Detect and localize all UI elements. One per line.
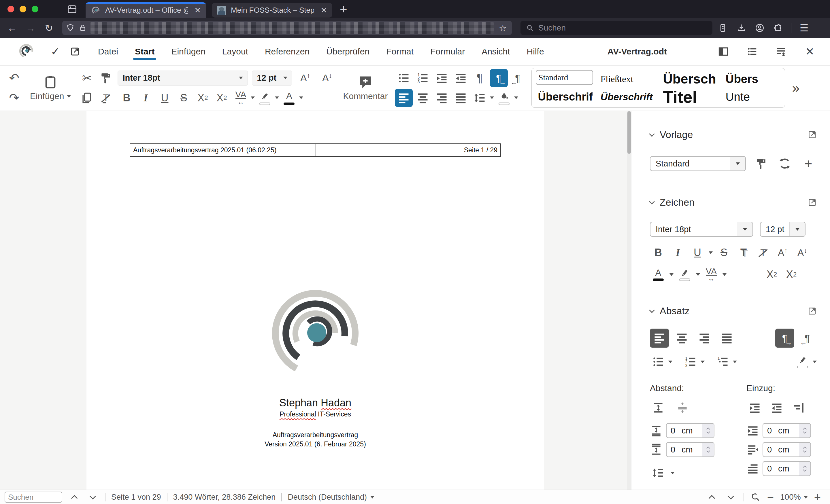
sidebar-italic-button[interactable]: I — [669, 244, 686, 261]
sidebar-subscript-button[interactable]: X2 — [783, 266, 800, 283]
decrease-indent-button[interactable] — [452, 69, 470, 87]
font-size-select[interactable]: 12 pt — [252, 71, 292, 86]
firefox-view-icon[interactable] — [65, 3, 79, 16]
extensions-icon[interactable] — [770, 21, 786, 35]
first-line-indent-field[interactable]: 0 cm — [763, 461, 811, 476]
ltr-direction-button[interactable]: ¶→ — [490, 69, 508, 87]
outline-list-dropdown-icon[interactable] — [733, 361, 737, 363]
highlight-color-button[interactable] — [256, 89, 274, 107]
menu-hilfe[interactable]: Hilfe — [526, 43, 545, 61]
redo-button[interactable]: ↷ — [5, 89, 23, 107]
sidebar-toggle-icon[interactable] — [716, 44, 731, 59]
zeichen-external-link-icon[interactable] — [807, 198, 817, 207]
character-spacing-button[interactable]: VA↔ — [232, 89, 250, 107]
previous-page-button[interactable] — [705, 491, 718, 503]
highlight-color-dropdown-icon[interactable] — [275, 97, 279, 99]
menu-start[interactable]: Start — [134, 43, 155, 61]
bookmark-star-icon[interactable]: ☆ — [497, 23, 508, 33]
tab-close-icon[interactable]: ✕ — [320, 6, 327, 15]
undo-button[interactable]: ↶ — [5, 69, 23, 87]
menu-icon[interactable]: ☰ — [796, 21, 812, 35]
sidebar-decrease-indent-button[interactable] — [768, 399, 785, 416]
style-ueberschrift-2[interactable]: Übers — [723, 70, 781, 88]
strikethrough-button[interactable]: S — [174, 89, 193, 107]
increase-spacing-button[interactable] — [650, 399, 667, 416]
line-spacing-button[interactable] — [471, 89, 489, 107]
sidebar-font-color-button[interactable]: A — [650, 266, 667, 283]
style-ueberschrift-3[interactable]: Überschrif — [536, 88, 593, 106]
zoom-window-button[interactable] — [32, 6, 38, 12]
align-center-button[interactable] — [414, 89, 432, 107]
search-previous-button[interactable] — [68, 491, 81, 503]
tab-foss-stack[interactable]: Mein FOSS-Stack – Stephan Ha ✕ — [212, 3, 332, 18]
indent-before-field[interactable]: 0 cm — [763, 423, 811, 438]
chevron-down-icon[interactable] — [649, 307, 655, 313]
stepper[interactable] — [702, 443, 714, 457]
sidebars-icon[interactable] — [715, 21, 731, 35]
style-standard[interactable]: Standard — [536, 70, 593, 85]
menu-referenzen[interactable]: Referenzen — [264, 43, 310, 61]
sidebar-rtl-button[interactable]: ¶← — [798, 329, 817, 348]
user-list-icon[interactable] — [773, 44, 789, 59]
scrollbar-thumb[interactable] — [628, 111, 631, 154]
shield-icon[interactable] — [66, 23, 75, 33]
shrink-font-button[interactable]: A↓ — [318, 69, 336, 87]
zoom-reset-icon[interactable] — [751, 492, 761, 502]
language-selector[interactable]: Deutsch (Deutschland) — [288, 493, 374, 502]
sidebar-line-spacing-button[interactable] — [650, 465, 667, 481]
align-right-button[interactable] — [433, 89, 451, 107]
underline-dropdown-icon[interactable] — [709, 251, 713, 254]
hanging-indent-button[interactable] — [790, 399, 807, 416]
shadow-button[interactable]: T — [735, 244, 752, 261]
paste-button[interactable]: Einfügen — [26, 68, 75, 108]
superscript-button[interactable]: X2 — [213, 89, 230, 107]
page-indicator[interactable]: Seite 1 von 29 — [111, 493, 161, 502]
menu-layout[interactable]: Layout — [222, 43, 249, 61]
style-ueberschrift-4[interactable]: Überschrift — [598, 88, 656, 106]
bullet-list-button[interactable] — [395, 69, 413, 87]
reload-button[interactable]: ↻ — [41, 21, 57, 35]
formatting-marks-button[interactable]: ¶ — [471, 69, 489, 87]
sidebar-shrink-font-button[interactable]: A↓ — [794, 244, 811, 261]
paragraph-background-dropdown-icon[interactable] — [514, 97, 518, 99]
zoom-level-selector[interactable]: 100% — [780, 493, 808, 502]
tab-close-icon[interactable]: ✕ — [194, 6, 201, 15]
menu-datei[interactable]: Datei — [97, 43, 119, 61]
sidebar-clear-formatting-button[interactable]: T — [755, 244, 771, 261]
forward-button[interactable]: → — [23, 21, 39, 35]
menu-ansicht[interactable]: Ansicht — [481, 43, 510, 61]
more-styles-button[interactable]: » — [788, 68, 804, 108]
font-color-button[interactable]: A — [280, 89, 298, 107]
title-block[interactable]: Stephan Hadan Professional IT-Services A… — [87, 396, 544, 449]
clone-formatting-sidebar-button[interactable] — [753, 155, 769, 172]
stepper[interactable] — [799, 424, 810, 437]
document-page[interactable]: Auftragsverarbeitungsvertrag 2025.01 (06… — [87, 111, 544, 490]
stepper[interactable] — [799, 443, 810, 457]
sidebar-font-name-select[interactable]: Inter 18pt — [650, 222, 753, 237]
download-icon[interactable] — [733, 21, 749, 35]
sidebar-font-size-select[interactable]: 12 pt — [760, 222, 805, 237]
style-fliesstext[interactable]: Fließtext — [598, 70, 656, 88]
sidebar-ltr-button[interactable]: ¶→ — [775, 329, 794, 348]
list-view-icon[interactable] — [745, 44, 760, 59]
style-untertitel[interactable]: Unte — [723, 88, 781, 106]
space-below-field[interactable]: 0 cm — [666, 442, 714, 457]
font-name-select[interactable]: Inter 18pt — [118, 71, 248, 86]
search-next-button[interactable] — [87, 491, 99, 503]
sidebar-numbered-list-button[interactable]: 123 — [682, 354, 699, 370]
sidebar-font-color-dropdown-icon[interactable] — [669, 273, 673, 276]
lock-icon[interactable] — [78, 24, 87, 32]
subscript-button[interactable]: X2 — [194, 89, 212, 107]
menu-einfuegen[interactable]: Einfügen — [170, 43, 206, 61]
word-count[interactable]: 3.490 Wörter, 28.386 Zeichen — [173, 493, 276, 502]
sidebar-align-left-button[interactable] — [650, 329, 669, 348]
line-spacing-dropdown-icon[interactable] — [490, 97, 494, 99]
minimize-window-button[interactable] — [20, 6, 26, 12]
document-scrollbar[interactable] — [627, 111, 631, 490]
sidebar-align-justify-button[interactable] — [717, 329, 736, 348]
update-style-icon[interactable] — [776, 155, 793, 172]
character-spacing-dropdown-icon[interactable] — [251, 97, 255, 99]
sidebar-align-right-button[interactable] — [695, 329, 714, 348]
clear-formatting-button[interactable]: T — [97, 89, 115, 107]
sidebar-highlight-dropdown-icon[interactable] — [696, 273, 700, 276]
